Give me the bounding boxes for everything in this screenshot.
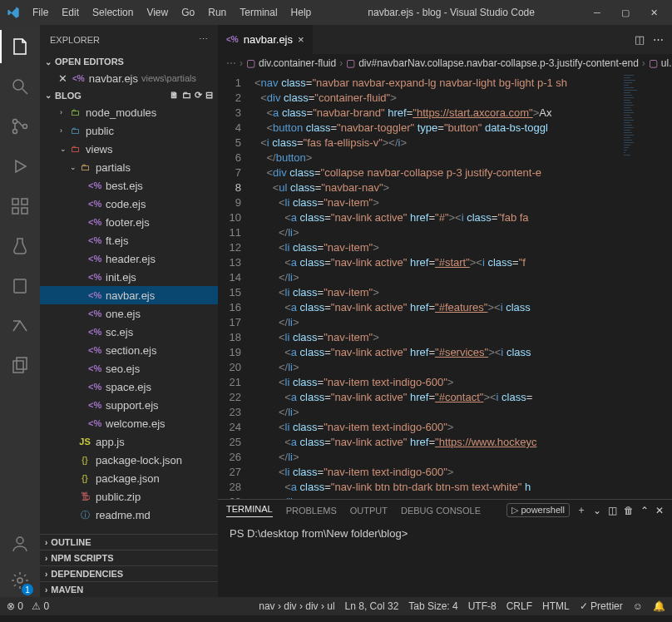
svg-rect-8 — [22, 199, 27, 205]
panel-tab-output[interactable]: OUTPUT — [350, 506, 388, 516]
new-file-icon[interactable]: 🗎 — [170, 90, 179, 101]
tree-seo.ejs[interactable]: <%seo.ejs — [40, 359, 218, 378]
status-tabsize[interactable]: Tab Size: 4 — [408, 600, 457, 612]
tree-one.ejs[interactable]: <%one.ejs — [40, 304, 218, 323]
settings-icon[interactable]: 1 — [0, 564, 40, 597]
menu-help[interactable]: Help — [285, 3, 318, 22]
source-control-icon[interactable] — [0, 110, 40, 143]
panel-chevron-icon[interactable]: ⌃ — [640, 505, 649, 516]
section-maven[interactable]: ›MAVEN — [40, 581, 218, 597]
new-terminal-icon[interactable]: ＋ — [576, 503, 586, 517]
tree-code.ejs[interactable]: <%code.ejs — [40, 195, 218, 213]
tree-section.ejs[interactable]: <%section.ejs — [40, 341, 218, 359]
section-npm-scripts[interactable]: ›NPM SCRIPTS — [40, 550, 218, 565]
split-editor-icon[interactable]: ◫ — [635, 33, 645, 46]
tree-footer.ejs[interactable]: <%footer.ejs — [40, 213, 218, 231]
status-prettier[interactable]: ✓ Prettier — [580, 600, 623, 612]
code-editor[interactable]: <nav class="navbar navbar-expand-lg navb… — [251, 72, 672, 499]
menu-go[interactable]: Go — [175, 3, 200, 22]
status-errors[interactable]: ⊗ 0 — [7, 600, 23, 612]
tree-views[interactable]: ⌄🗀views — [40, 140, 218, 158]
file-tree: ›🗀node_modules›🗀public⌄🗀views⌄🗀partials<… — [40, 103, 218, 524]
status-feedback-icon[interactable]: ☺ — [633, 600, 643, 612]
tree-best.ejs[interactable]: <%best.ejs — [40, 176, 218, 195]
svg-rect-10 — [13, 361, 23, 373]
tree-partials[interactable]: ⌄🗀partials — [40, 158, 218, 176]
menu-run[interactable]: Run — [202, 3, 232, 22]
bookmark-icon[interactable] — [0, 269, 40, 303]
title-bar: FileEditSelectionViewGoRunTerminalHelp n… — [0, 0, 672, 25]
panel-tab-debug console[interactable]: DEBUG CONSOLE — [401, 506, 481, 516]
svg-point-2 — [13, 120, 17, 124]
tree-ft.ejs[interactable]: <%ft.ejs — [40, 231, 218, 249]
svg-line-1 — [22, 89, 27, 94]
tree-support.ejs[interactable]: <%support.ejs — [40, 396, 218, 414]
terminal-shell-select[interactable]: ▷ powershell — [506, 503, 570, 517]
section-dependencies[interactable]: ›DEPENDENCIES — [40, 565, 218, 581]
status-encoding[interactable]: UTF-8 — [468, 600, 497, 612]
refresh-icon[interactable]: ⟳ — [195, 90, 202, 101]
open-editor-item[interactable]: ✕ <% navbar.ejs views\partials — [40, 69, 218, 87]
svg-point-3 — [13, 130, 17, 134]
tree-public[interactable]: ›🗀public — [40, 121, 218, 140]
panel-tab-problems[interactable]: PROBLEMS — [286, 506, 337, 516]
collapse-icon[interactable]: ⊟ — [205, 90, 213, 101]
tree-sc.ejs[interactable]: <%sc.ejs — [40, 323, 218, 341]
breadcrumb[interactable]: ⋯ › ▢ div.container-fluid › ▢ div#navbar… — [218, 54, 672, 72]
maximize-button[interactable]: ▢ — [614, 3, 637, 22]
testing-icon[interactable] — [0, 230, 40, 263]
files-icon[interactable] — [0, 349, 40, 383]
extensions-icon[interactable] — [0, 190, 40, 223]
menu-terminal[interactable]: Terminal — [234, 3, 283, 22]
minimap[interactable]: ▬▬▬▬▬▬▬▬▬▬▬▬▬▬▬▬▬▬▬▬▬▬▬▬▬▬▬▬▬▬▬▬▬▬▬▬▬▬▬▬… — [622, 72, 672, 239]
menu-selection[interactable]: Selection — [86, 3, 139, 22]
bottom-panel: TERMINALPROBLEMSOUTPUTDEBUG CONSOLE ▷ po… — [218, 499, 672, 597]
svg-point-13 — [17, 578, 22, 583]
status-warnings[interactable]: ⚠ 0 — [32, 600, 49, 612]
account-icon[interactable] — [0, 527, 40, 560]
tree-node_modules[interactable]: ›🗀node_modules — [40, 103, 218, 121]
trash-icon[interactable]: 🗑 — [624, 505, 634, 516]
status-breadcrumb[interactable]: nav › div › div › ul — [259, 600, 334, 612]
project-section[interactable]: ⌄BLOG 🗎 🗀 ⟳ ⊟ — [40, 87, 218, 103]
section-outline[interactable]: ›OUTLINE — [40, 534, 218, 550]
menu-view[interactable]: View — [141, 3, 174, 22]
status-language[interactable]: HTML — [542, 600, 570, 612]
tab-navbar[interactable]: <% navbar.ejs × — [218, 25, 313, 54]
panel-close-icon[interactable]: ✕ — [655, 505, 664, 516]
terminal-dropdown-icon[interactable]: ⌄ — [593, 505, 601, 516]
tree-init.ejs[interactable]: <%init.ejs — [40, 268, 218, 286]
search-icon[interactable] — [0, 70, 40, 103]
svg-rect-9 — [14, 279, 26, 293]
explorer-icon[interactable] — [0, 30, 40, 63]
menu-edit[interactable]: Edit — [56, 3, 85, 22]
tree-space.ejs[interactable]: <%space.ejs — [40, 378, 218, 396]
tree-welcome.ejs[interactable]: <%welcome.ejs — [40, 414, 218, 432]
tree-readme.md[interactable]: ⓘreadme.md — [40, 506, 218, 524]
tree-package-lock.json[interactable]: {}package-lock.json — [40, 451, 218, 469]
tree-package.json[interactable]: {}package.json — [40, 469, 218, 487]
status-eol[interactable]: CRLF — [506, 600, 532, 612]
new-folder-icon[interactable]: 🗀 — [182, 90, 191, 101]
close-button[interactable]: ✕ — [642, 3, 665, 22]
status-bar: ⊗ 0 ⚠ 0 nav › div › div › ul Ln 8, Col 3… — [0, 597, 672, 615]
minimize-button[interactable]: ─ — [586, 3, 609, 22]
menu-file[interactable]: File — [27, 3, 54, 22]
run-debug-icon[interactable] — [0, 150, 40, 183]
explorer-more-icon[interactable]: ⋯ — [199, 34, 208, 45]
status-bell-icon[interactable]: 🔔 — [653, 600, 665, 612]
tab-more-icon[interactable]: ⋯ — [653, 33, 664, 46]
status-position[interactable]: Ln 8, Col 32 — [345, 600, 399, 612]
tree-navbar.ejs[interactable]: <%navbar.ejs — [40, 286, 218, 304]
tree-public.zip[interactable]: 🗜public.zip — [40, 487, 218, 506]
open-editors-section[interactable]: ⌄OPEN EDITORS — [40, 54, 218, 69]
terminal-body[interactable]: PS D:\desktop from\New folder\blog> — [218, 521, 672, 597]
close-tab-icon[interactable]: × — [298, 33, 304, 46]
tree-app.js[interactable]: JSapp.js — [40, 432, 218, 451]
line-gutter: 1234567891011121314151617181920212223242… — [218, 72, 251, 499]
tree-header.ejs[interactable]: <%header.ejs — [40, 249, 218, 268]
svg-rect-7 — [22, 208, 27, 214]
panel-tab-terminal[interactable]: TERMINAL — [226, 504, 273, 517]
split-terminal-icon[interactable]: ◫ — [608, 505, 617, 516]
misc-icon[interactable] — [0, 309, 40, 343]
